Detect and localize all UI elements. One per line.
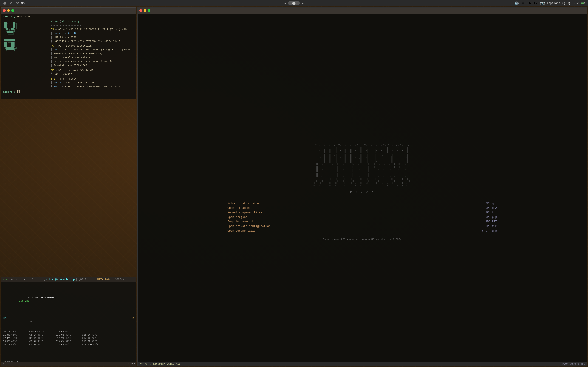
neofetch-info: albert@nixos-laptop --------------------…: [51, 20, 134, 89]
desktop: albert ❯ neofetch ██╗ ██╗ ██║ ██║ ╚██╗ █…: [0, 6, 588, 367]
svg-rect-4: [585, 3, 585, 4]
speaker-icon[interactable]: 🔊: [515, 1, 519, 5]
toggle-switch[interactable]: [288, 1, 300, 5]
emacs-statusbar: <N> % ~/Pictures/ 35:18 All DOOM v3.0.0-…: [138, 362, 587, 366]
maximize-dot[interactable]: [11, 9, 14, 12]
emacs-menu-open-project[interactable]: Open project SPC p p: [227, 215, 497, 219]
topbar-right: 🔊 ⌨ ⏮ ⏭ 📷 copeland-5g 93%: [515, 1, 585, 5]
close-dot[interactable]: [3, 9, 6, 12]
emacs-menu-recent-files[interactable]: Recently opened files SPC f r: [227, 210, 497, 215]
wifi-icon[interactable]: [567, 1, 571, 5]
terminal-htop: cpu ─ menu ─ reset ─ * [albert@nixos-lap…: [1, 277, 137, 366]
terminal-titlebar: [1, 8, 136, 14]
emacs-splash-title: E M A C S: [350, 191, 374, 194]
toggle-knob: [292, 2, 296, 5]
battery-level: 93%: [574, 2, 579, 5]
topbar-center: ◀ ▶: [285, 1, 304, 5]
time-display: 08:33: [16, 2, 25, 5]
emacs-menu-jump-bookmark[interactable]: Jump to bookmark SPC RET: [227, 219, 497, 224]
prompt-2: albert: [3, 90, 12, 93]
emacs-splash-menu: Reload last session SPC q l Open org-age…: [227, 201, 497, 233]
htop-cpu-tab[interactable]: cpu: [3, 278, 8, 281]
topbar: 08:33 ◀ ▶ 🔊 ⌨ ⏮ ⏭ 📷 copeland-5g 93%: [0, 0, 588, 6]
minimize-dot[interactable]: [7, 9, 10, 12]
svg-point-2: [11, 3, 12, 4]
screenshot-icon[interactable]: 📷: [540, 1, 545, 5]
neofetch-ascii: ██╗ ██╗ ██║ ██║ ╚██╗ ██╔╝ ╚████╔╝ ╚═══╝ …: [3, 20, 49, 89]
emacs-minimize-dot[interactable]: [144, 9, 146, 12]
emacs-maximize-dot[interactable]: [148, 9, 150, 12]
emacs-menu-org-agenda[interactable]: Open org-agenda SPC o A: [227, 206, 497, 210]
terminal-body: albert ❯ neofetch ██╗ ██╗ ██║ ██║ ╚██╗ █…: [1, 14, 136, 95]
emacs-body: ================ =============== =======…: [138, 14, 587, 362]
emacs-footer: Doom loaded 237 packages across 50 modul…: [323, 238, 401, 241]
prev-track-icon[interactable]: ⏮: [527, 1, 532, 5]
htop-proc-count: 0/352: [128, 362, 135, 366]
svg-rect-5: [581, 2, 584, 4]
terminal-neofetch: albert ❯ neofetch ██╗ ██╗ ██║ ██║ ╚██╗ █…: [1, 7, 137, 99]
neofetch-cmd: neofetch: [17, 15, 30, 18]
htop-header: cpu ─ menu ─ reset ─ * [albert@nixos-lap…: [1, 277, 136, 282]
emacs-menu-documentation[interactable]: Open documentation SPC h d h: [227, 229, 497, 233]
cursor-block: █: [17, 90, 20, 93]
gear-icon[interactable]: [9, 1, 13, 5]
wifi-name: copeland-5g: [547, 2, 565, 5]
emacs-ascii-art: ================ =============== =======…: [313, 140, 412, 189]
emacs-close-dot[interactable]: [139, 9, 142, 12]
htop-menu-tab[interactable]: menu: [11, 278, 17, 281]
emacs-version: DOOM v3.0.0-dev: [562, 363, 585, 365]
htop-reset-tab[interactable]: reset: [20, 278, 28, 281]
htop-body: 12th Gen i9-12900H 2.9 GHz CPU 0% 43°C C…: [1, 282, 136, 366]
nav-back[interactable]: ◀: [285, 1, 286, 5]
emacs-titlebar: [138, 8, 587, 14]
next-track-icon[interactable]: ⏭: [534, 1, 538, 5]
topbar-left: 08:33: [3, 1, 25, 5]
emacs-menu-reload[interactable]: Reload last session SPC q l: [227, 201, 497, 206]
battery-icon: [581, 1, 585, 5]
svg-point-0: [3, 2, 6, 5]
nav-forward[interactable]: ▶: [302, 1, 303, 5]
htop-select[interactable]: select: [2, 362, 11, 366]
keyboard-icon[interactable]: ⌨: [521, 1, 525, 5]
apple-icon[interactable]: [3, 1, 7, 5]
emacs-mode-indicator: <N> % ~/Pictures/ 35:18 All: [139, 363, 180, 365]
terminal-emacs: ================ =============== =======…: [137, 7, 587, 366]
emacs-menu-private-config[interactable]: Open private configuration SPC f P: [227, 224, 497, 229]
prompt-1: albert: [3, 15, 12, 18]
